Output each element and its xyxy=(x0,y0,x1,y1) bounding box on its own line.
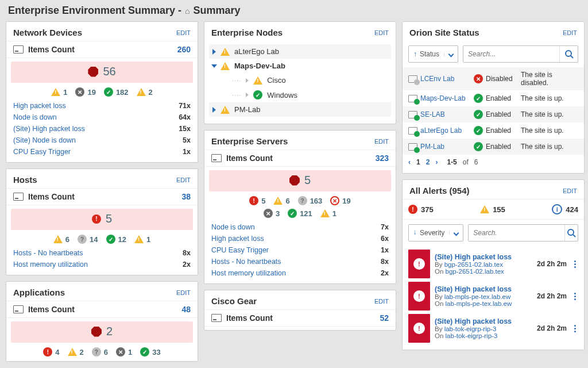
kebab-menu[interactable] xyxy=(571,260,578,268)
collapse-icon[interactable] xyxy=(211,64,217,68)
site-link[interactable]: LCEnv Lab xyxy=(408,75,470,83)
items-count-value[interactable]: 48 xyxy=(181,305,191,314)
site-link[interactable]: aLterEgo Lab xyxy=(408,126,470,135)
critical-icon: ! xyxy=(413,323,425,334)
edit-link[interactable]: EDIT xyxy=(374,29,389,36)
status-text: Enabled xyxy=(486,126,511,135)
sort-select[interactable]: ↑Severity xyxy=(408,224,463,241)
alert-target[interactable]: lab-mpls-pe-tex.lab.ew xyxy=(446,300,512,307)
status-pair[interactable]: !4 xyxy=(43,347,59,356)
status-pair[interactable]: ✓121 xyxy=(288,209,312,218)
edit-link[interactable]: EDIT xyxy=(563,29,577,36)
alert-title[interactable]: (Site) High packet loss xyxy=(435,317,528,325)
edit-link[interactable]: EDIT xyxy=(176,289,191,296)
alert-source[interactable]: bgp-2651-02.lab.tex xyxy=(444,261,503,268)
link-row: Host memory utilization2x xyxy=(211,267,389,279)
edit-link[interactable]: EDIT xyxy=(374,138,389,145)
alert-link[interactable]: (Site) Node is down xyxy=(13,136,76,144)
edit-link[interactable]: EDIT xyxy=(176,29,191,36)
alert-link[interactable]: Hosts - No heartbeats xyxy=(13,249,83,257)
status-pair[interactable]: 2 xyxy=(137,88,153,97)
status-pair[interactable]: ✓33 xyxy=(140,347,160,356)
alert-link[interactable]: Node is down xyxy=(211,223,255,231)
site-link[interactable]: PM-Lab xyxy=(408,143,470,151)
alert-source[interactable]: lab-tok-eigrp-rip-3 xyxy=(444,325,497,332)
panel-cisco-gear: Cisco Gear EDIT Items Count 52 xyxy=(204,290,396,331)
items-count-value[interactable]: 38 xyxy=(181,192,191,201)
search-button[interactable] xyxy=(559,46,578,62)
expand-icon[interactable] xyxy=(212,49,216,55)
search-button[interactable] xyxy=(564,225,578,241)
link-row: Node is down7x xyxy=(211,221,389,233)
edit-link[interactable]: EDIT xyxy=(563,187,577,194)
tree-child[interactable]: ···· ✓ Windows xyxy=(209,87,391,102)
expand-icon[interactable] xyxy=(212,107,216,113)
page-1[interactable]: 1 xyxy=(416,158,420,166)
edit-link[interactable]: EDIT xyxy=(176,177,191,183)
kebab-menu[interactable] xyxy=(571,293,578,300)
alert-link[interactable]: Host memory utilization xyxy=(211,269,286,277)
alert-link[interactable]: Host memory utilization xyxy=(13,260,88,269)
alert-link[interactable]: Hosts - No heartbeats xyxy=(211,258,281,266)
sort-select[interactable]: ↑Status xyxy=(408,45,458,63)
search-input[interactable] xyxy=(469,225,564,241)
alert-link[interactable]: CPU Easy Trigger xyxy=(13,148,71,156)
alert-item: !(Site) High packet lossBy lab-mpls-pe-t… xyxy=(408,282,578,310)
alert-link[interactable]: High packet loss xyxy=(211,235,264,243)
alert-source[interactable]: lab-mpls-pe-tex.lab.ew xyxy=(444,293,511,300)
alert-target[interactable]: bgp-2651-02.lab.tex xyxy=(446,268,504,275)
status-pair[interactable]: ✕3 xyxy=(264,209,280,218)
search-input[interactable] xyxy=(463,46,559,62)
status-pair[interactable]: ?163 xyxy=(298,196,323,205)
prev-page[interactable]: ‹ xyxy=(408,158,411,166)
disabled-icon: ✕ xyxy=(474,74,483,83)
status-pair[interactable]: ✓12 xyxy=(106,235,126,244)
status-pair[interactable]: ?6 xyxy=(92,347,108,356)
edit-link[interactable]: EDIT xyxy=(374,298,389,305)
status-pair[interactable]: 1 xyxy=(320,209,336,218)
page-2[interactable]: 2 xyxy=(426,158,430,166)
status-desc: The site is up. xyxy=(521,126,578,135)
status-pair[interactable]: !5 xyxy=(249,196,265,205)
status-pair[interactable]: ✕1 xyxy=(116,347,132,356)
tree-item[interactable]: aLterEgo Lab xyxy=(209,44,391,59)
panel-enterprise-nodes: Enterprise Nodes EDIT aLterEgo Lab Maps-… xyxy=(204,21,396,124)
panel-title: Orion Site Status xyxy=(409,28,479,37)
tree-item[interactable]: Maps-Dev-Lab xyxy=(209,59,391,73)
chevron-down-icon[interactable] xyxy=(444,52,458,56)
next-page[interactable]: › xyxy=(435,158,438,166)
chevron-down-icon[interactable] xyxy=(449,231,463,235)
status-pair[interactable]: 1 xyxy=(51,88,67,97)
critical-icon xyxy=(88,67,98,77)
status-pair[interactable]: 2 xyxy=(68,348,84,356)
alert-link[interactable]: High packet loss xyxy=(13,102,66,110)
status-pair[interactable]: 6 xyxy=(273,197,289,205)
status-pair[interactable]: ?14 xyxy=(78,235,98,244)
tree-child[interactable]: ···· Cisco xyxy=(209,73,391,87)
items-count-value[interactable]: 323 xyxy=(376,154,389,163)
ok-icon: ✓ xyxy=(474,94,483,103)
kebab-menu[interactable] xyxy=(571,325,578,332)
status-count: 14 xyxy=(90,235,98,244)
status-pair[interactable]: ✓182 xyxy=(104,87,129,97)
items-count-value[interactable]: 52 xyxy=(380,313,389,323)
alert-title[interactable]: (Site) High packet loss xyxy=(435,285,528,293)
status-pair[interactable]: 1 xyxy=(134,235,150,244)
alert-link[interactable]: Node is down xyxy=(13,113,57,121)
status-count: 6 xyxy=(65,235,69,244)
alert-title[interactable]: (Site) High packet loss xyxy=(435,253,528,261)
tree-item[interactable]: PM-Lab xyxy=(209,102,391,117)
tree-label: Maps-Dev-Lab xyxy=(234,62,285,70)
info-icon: i xyxy=(552,204,562,214)
status-pair[interactable]: 6 xyxy=(53,235,69,244)
alert-target[interactable]: lab-tok-eigrp-rip-3 xyxy=(446,332,498,339)
items-count-value[interactable]: 260 xyxy=(177,45,191,54)
site-link[interactable]: SE-LAB xyxy=(408,110,470,118)
alert-link[interactable]: (Site) High packet loss xyxy=(13,125,85,133)
status-pair[interactable]: ✕19 xyxy=(330,196,350,205)
alert-link[interactable]: CPU Easy Trigger xyxy=(211,246,269,254)
site-link[interactable]: Maps-Dev-Lab xyxy=(408,94,470,102)
status-pair[interactable]: ✕19 xyxy=(75,87,95,97)
link-list: High packet loss71xNode is down64x(Site)… xyxy=(6,98,198,159)
panel-all-alerts: All Alerts (954) EDIT !375 155 i424 ↑Sev… xyxy=(402,179,585,350)
